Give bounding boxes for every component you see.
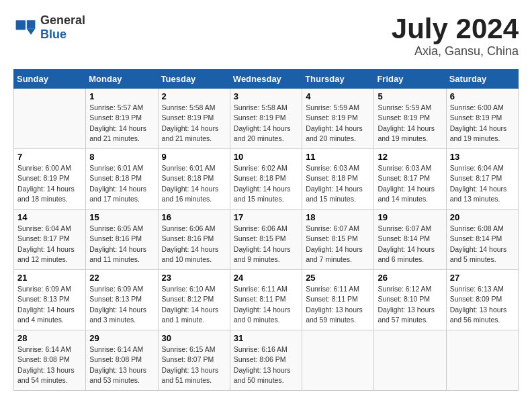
day-number: 4 <box>306 91 370 101</box>
calendar-cell: 16Sunrise: 6:06 AM Sunset: 8:16 PM Dayli… <box>158 210 230 270</box>
day-number: 27 <box>450 273 515 283</box>
logo-icon <box>13 15 38 40</box>
day-info: Sunrise: 6:08 AM Sunset: 8:14 PM Dayligh… <box>450 224 515 265</box>
day-number: 15 <box>89 212 154 222</box>
calendar-cell: 19Sunrise: 6:07 AM Sunset: 8:14 PM Dayli… <box>374 210 446 270</box>
day-number: 25 <box>306 273 370 283</box>
svg-marker-0 <box>27 20 36 29</box>
logo-blue-text: Blue <box>40 28 85 42</box>
calendar-cell: 17Sunrise: 6:06 AM Sunset: 8:15 PM Dayli… <box>230 210 302 270</box>
day-number: 30 <box>162 333 226 343</box>
day-number: 16 <box>162 212 226 222</box>
calendar-week-4: 21Sunrise: 6:09 AM Sunset: 8:13 PM Dayli… <box>14 270 519 330</box>
calendar-week-2: 7Sunrise: 6:00 AM Sunset: 8:19 PM Daylig… <box>14 149 519 210</box>
col-header-tuesday: Tuesday <box>158 70 230 89</box>
svg-rect-2 <box>16 20 26 30</box>
day-info: Sunrise: 6:01 AM Sunset: 8:18 PM Dayligh… <box>162 163 226 204</box>
calendar-week-1: 1Sunrise: 5:57 AM Sunset: 8:19 PM Daylig… <box>14 89 519 149</box>
day-info: Sunrise: 6:07 AM Sunset: 8:14 PM Dayligh… <box>378 224 442 265</box>
day-info: Sunrise: 6:01 AM Sunset: 8:18 PM Dayligh… <box>89 163 154 204</box>
day-number: 6 <box>450 91 515 101</box>
day-number: 11 <box>306 152 370 162</box>
day-number: 21 <box>17 273 82 283</box>
calendar-cell: 24Sunrise: 6:11 AM Sunset: 8:11 PM Dayli… <box>230 270 302 330</box>
day-number: 8 <box>89 152 154 162</box>
day-number: 26 <box>378 273 442 283</box>
day-info: Sunrise: 6:11 AM Sunset: 8:11 PM Dayligh… <box>234 284 298 325</box>
day-number: 24 <box>234 273 298 283</box>
calendar-cell: 31Sunrise: 6:16 AM Sunset: 8:06 PM Dayli… <box>230 330 302 391</box>
day-info: Sunrise: 6:14 AM Sunset: 8:08 PM Dayligh… <box>17 345 82 385</box>
day-info: Sunrise: 5:59 AM Sunset: 8:19 PM Dayligh… <box>306 103 370 144</box>
calendar-cell: 28Sunrise: 6:14 AM Sunset: 8:08 PM Dayli… <box>14 330 86 391</box>
calendar-table: SundayMondayTuesdayWednesdayThursdayFrid… <box>13 69 519 391</box>
calendar-cell <box>374 330 446 391</box>
calendar-cell: 15Sunrise: 6:05 AM Sunset: 8:16 PM Dayli… <box>86 210 158 270</box>
day-number: 20 <box>450 212 515 222</box>
day-number: 12 <box>378 152 442 162</box>
calendar-cell: 5Sunrise: 5:59 AM Sunset: 8:19 PM Daylig… <box>374 89 446 149</box>
col-header-sunday: Sunday <box>14 70 86 89</box>
calendar-cell: 3Sunrise: 5:58 AM Sunset: 8:19 PM Daylig… <box>230 89 302 149</box>
calendar-cell: 1Sunrise: 5:57 AM Sunset: 8:19 PM Daylig… <box>86 89 158 149</box>
day-info: Sunrise: 6:10 AM Sunset: 8:12 PM Dayligh… <box>162 284 226 325</box>
calendar-cell: 29Sunrise: 6:14 AM Sunset: 8:08 PM Dayli… <box>86 330 158 391</box>
day-info: Sunrise: 6:03 AM Sunset: 8:17 PM Dayligh… <box>378 163 442 204</box>
day-info: Sunrise: 6:16 AM Sunset: 8:06 PM Dayligh… <box>234 345 298 385</box>
day-number: 13 <box>450 152 515 162</box>
calendar-cell: 2Sunrise: 5:58 AM Sunset: 8:19 PM Daylig… <box>158 89 230 149</box>
calendar-cell <box>302 330 374 391</box>
day-number: 1 <box>89 91 154 101</box>
col-header-thursday: Thursday <box>302 70 374 89</box>
day-number: 23 <box>162 273 226 283</box>
day-number: 17 <box>234 212 298 222</box>
col-header-saturday: Saturday <box>446 70 518 89</box>
day-info: Sunrise: 6:11 AM Sunset: 8:11 PM Dayligh… <box>306 284 370 325</box>
day-number: 19 <box>378 212 442 222</box>
day-number: 5 <box>378 91 442 101</box>
day-info: Sunrise: 6:03 AM Sunset: 8:18 PM Dayligh… <box>306 163 370 204</box>
calendar-cell: 21Sunrise: 6:09 AM Sunset: 8:13 PM Dayli… <box>14 270 86 330</box>
calendar-week-5: 28Sunrise: 6:14 AM Sunset: 8:08 PM Dayli… <box>14 330 519 391</box>
day-number: 3 <box>234 91 298 101</box>
calendar-cell: 4Sunrise: 5:59 AM Sunset: 8:19 PM Daylig… <box>302 89 374 149</box>
svg-marker-1 <box>27 29 36 35</box>
day-number: 22 <box>89 273 154 283</box>
calendar-cell <box>14 89 86 149</box>
calendar-cell: 25Sunrise: 6:11 AM Sunset: 8:11 PM Dayli… <box>302 270 374 330</box>
day-number: 29 <box>89 333 154 343</box>
calendar-cell: 14Sunrise: 6:04 AM Sunset: 8:17 PM Dayli… <box>14 210 86 270</box>
calendar-cell: 13Sunrise: 6:04 AM Sunset: 8:17 PM Dayli… <box>446 149 518 210</box>
calendar-cell: 6Sunrise: 6:00 AM Sunset: 8:19 PM Daylig… <box>446 89 518 149</box>
day-number: 31 <box>234 333 298 343</box>
header: General Blue July 2024 Axia, Gansu, Chin… <box>13 13 519 58</box>
day-info: Sunrise: 6:00 AM Sunset: 8:19 PM Dayligh… <box>17 163 82 204</box>
calendar-cell: 26Sunrise: 6:12 AM Sunset: 8:10 PM Dayli… <box>374 270 446 330</box>
day-number: 10 <box>234 152 298 162</box>
day-info: Sunrise: 6:14 AM Sunset: 8:08 PM Dayligh… <box>89 345 154 385</box>
calendar-cell: 9Sunrise: 6:01 AM Sunset: 8:18 PM Daylig… <box>158 149 230 210</box>
calendar-week-3: 14Sunrise: 6:04 AM Sunset: 8:17 PM Dayli… <box>14 210 519 270</box>
calendar-cell <box>446 330 518 391</box>
calendar-cell: 27Sunrise: 6:13 AM Sunset: 8:09 PM Dayli… <box>446 270 518 330</box>
calendar-location: Axia, Gansu, China <box>392 44 519 58</box>
day-number: 28 <box>17 333 82 343</box>
day-info: Sunrise: 6:02 AM Sunset: 8:18 PM Dayligh… <box>234 163 298 204</box>
day-info: Sunrise: 5:58 AM Sunset: 8:19 PM Dayligh… <box>162 103 226 144</box>
day-info: Sunrise: 5:58 AM Sunset: 8:19 PM Dayligh… <box>234 103 298 144</box>
day-info: Sunrise: 6:12 AM Sunset: 8:10 PM Dayligh… <box>378 284 442 325</box>
day-info: Sunrise: 6:09 AM Sunset: 8:13 PM Dayligh… <box>89 284 154 325</box>
col-header-friday: Friday <box>374 70 446 89</box>
logo-text: General Blue <box>40 13 85 42</box>
day-number: 7 <box>17 152 82 162</box>
day-info: Sunrise: 5:57 AM Sunset: 8:19 PM Dayligh… <box>89 103 154 144</box>
day-info: Sunrise: 6:05 AM Sunset: 8:16 PM Dayligh… <box>89 224 154 265</box>
day-info: Sunrise: 5:59 AM Sunset: 8:19 PM Dayligh… <box>378 103 442 144</box>
title-area: July 2024 Axia, Gansu, China <box>392 13 519 58</box>
col-header-wednesday: Wednesday <box>230 70 302 89</box>
calendar-cell: 30Sunrise: 6:15 AM Sunset: 8:07 PM Dayli… <box>158 330 230 391</box>
col-header-monday: Monday <box>86 70 158 89</box>
calendar-cell: 20Sunrise: 6:08 AM Sunset: 8:14 PM Dayli… <box>446 210 518 270</box>
day-info: Sunrise: 6:13 AM Sunset: 8:09 PM Dayligh… <box>450 284 515 325</box>
day-number: 14 <box>17 212 82 222</box>
